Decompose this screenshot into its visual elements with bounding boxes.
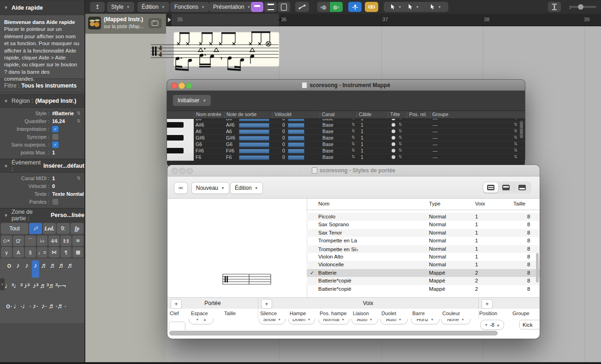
note-duration-cell[interactable]: ♬ <box>49 260 57 278</box>
column-taille[interactable]: Taille <box>513 201 525 206</box>
minimize-button[interactable] <box>179 82 185 89</box>
note-duration-cell[interactable]: ♩³ <box>14 281 22 298</box>
menu-style[interactable]: Style▼ <box>107 2 134 12</box>
staff-style-row[interactable]: Trompette en Si♭Normal18 <box>307 245 540 253</box>
column-canal[interactable]: Canal <box>320 112 334 118</box>
partbox-symbol[interactable]: ‖:‖ <box>60 235 71 246</box>
stepper-icon[interactable]: ⇅ <box>77 118 81 123</box>
note-duration-cell[interactable]: ♬³ <box>49 281 57 298</box>
note-duration-cell[interactable]: ♪· <box>41 301 48 318</box>
styles-horizontal-scrollbar[interactable] <box>169 331 498 335</box>
event-section-header[interactable]: ▼ Évènement : Insérer...défaut <box>0 159 84 173</box>
staff-style-row[interactable]: Sax SopranoNormal18 <box>307 221 540 229</box>
command-click-tool-selector[interactable]: ▼ <box>401 2 426 12</box>
staff-style-row[interactable]: Violon AltoNormal18 <box>307 253 540 261</box>
staff-style-row[interactable]: Trompette en LaNormal18 <box>307 237 540 245</box>
column-groupe[interactable]: Groupe <box>430 112 448 118</box>
partbox-symbol[interactable]: ¶ <box>60 247 71 258</box>
column-cable[interactable]: Câble <box>357 112 371 118</box>
note-duration-cell[interactable]: ♬ <box>58 260 65 278</box>
note-duration-cell[interactable]: ♬ <box>41 260 48 278</box>
auto-vertical-zoom-button[interactable] <box>548 2 561 12</box>
mapped-row[interactable]: F6F60Base⇅1⇅---⇅ <box>167 154 525 161</box>
note-out-bar[interactable] <box>239 155 269 160</box>
piano-key-black[interactable] <box>167 135 194 141</box>
stepper-icon[interactable]: ⇅ <box>351 135 355 140</box>
staff-style-row[interactable]: Batterie*copiéMappé28 <box>307 285 540 293</box>
stepper-icon[interactable]: ⇅ <box>77 176 81 181</box>
partbox-symbol[interactable]: A <box>13 247 24 258</box>
stepper-icon[interactable]: ⇅ <box>351 154 355 159</box>
mapped-window-titlebar[interactable]: scoresong - Instrument Mappé <box>167 80 525 91</box>
region-section-header[interactable]: ▼ Région : (Mapped Instr.) <box>0 94 84 108</box>
velocity-bar[interactable] <box>288 123 304 128</box>
vertical-zoom-slider[interactable] <box>570 6 596 8</box>
velocity-bar[interactable] <box>288 155 304 160</box>
note-duration-cell[interactable]: ♪ <box>32 260 39 278</box>
notehead-dot-icon[interactable] <box>392 119 395 120</box>
zoom-button[interactable] <box>186 82 192 89</box>
groupe-field[interactable]: Kick <box>519 320 540 329</box>
note-duration-cell[interactable]: ♬· <box>49 301 57 318</box>
note-duration-cell[interactable]: ♪ <box>14 260 22 278</box>
piano-key-white[interactable] <box>167 128 194 135</box>
partbox-symbol[interactable]: 4⁄4 <box>48 235 60 246</box>
stepper-icon[interactable]: ⇅ <box>399 154 402 159</box>
stepper-icon[interactable]: ⇅ <box>351 129 355 133</box>
stepper-icon[interactable]: ⇅ <box>351 141 355 146</box>
stepper-icon[interactable]: ⇅ <box>514 122 518 127</box>
staff-preview-pane[interactable] <box>167 199 307 298</box>
velocity-bar[interactable] <box>288 119 304 121</box>
stepper-icon[interactable]: ⇅ <box>399 141 402 146</box>
link-mode-button[interactable] <box>365 2 378 12</box>
piano-key-black[interactable] <box>167 147 194 154</box>
view-bottom-button[interactable] <box>515 182 530 193</box>
espace-stepper[interactable]: ▼▲ <box>189 319 214 324</box>
column-note-sortie[interactable]: Note de sortie <box>224 112 256 118</box>
nouveau-button[interactable]: Nouveau ▼ <box>191 182 229 194</box>
column-nom[interactable]: Nom <box>318 201 329 206</box>
quick-help-header[interactable]: ▼ Aide rapide <box>0 0 84 15</box>
partbox-symbol[interactable]: § <box>25 247 36 258</box>
stepper-icon[interactable]: ⇅ <box>514 119 518 120</box>
partbox-symbol[interactable]: ♭♭ <box>37 235 48 246</box>
notehead-dot-icon[interactable] <box>392 155 395 159</box>
note-out-bar[interactable] <box>239 142 269 147</box>
stepper-icon[interactable]: ⇅ <box>399 148 402 153</box>
note-duration-cell[interactable]: ♪ <box>23 260 30 278</box>
partbox-tab-0[interactable]: Tout <box>1 223 28 234</box>
glue-tool-button[interactable] <box>295 2 309 12</box>
note-duration-cell[interactable]: ♩· <box>14 301 22 318</box>
note-out-bar[interactable] <box>239 119 269 121</box>
stepper-icon[interactable]: ⇅ <box>399 122 402 127</box>
partbox-tab-2[interactable]: Led. <box>43 223 56 234</box>
midi-in-button[interactable]: ›◍ <box>317 2 329 12</box>
partbox-section-header[interactable]: ▼ Zone de partie : Perso...lisée <box>0 208 84 222</box>
partbox-symbol[interactable]: ◇× <box>1 235 12 246</box>
mapped-row[interactable]: F#6F#60Base⇅1⇅---⇅ <box>167 147 525 154</box>
column-voix[interactable]: Voix <box>475 201 485 206</box>
staff-style-row[interactable]: ✓BatterieMappé28 <box>307 269 540 277</box>
mapped-row[interactable]: G#6G#60Base⇅1⇅---⇅ <box>167 135 525 141</box>
notehead-dot-icon[interactable] <box>392 123 395 127</box>
velocity-bar[interactable] <box>288 149 304 153</box>
partbox-symbol[interactable]: γ <box>1 247 12 258</box>
barre-dropdown[interactable]: Horiz▼ <box>411 319 440 324</box>
styles-window-titlebar[interactable]: scoresong - Styles de portée <box>167 165 540 176</box>
view-wrapped-button[interactable] <box>264 2 277 12</box>
midi-out-button[interactable]: ◍› <box>330 2 343 12</box>
note-duration-cell[interactable]: ♪³ <box>23 281 30 298</box>
view-list-button[interactable] <box>483 182 498 193</box>
menu-edition[interactable]: Édition▼ <box>137 2 169 12</box>
pos-hampe-dropdown[interactable]: Normal▼ <box>318 319 350 324</box>
menu-presentation[interactable]: Présentation▼ <box>209 2 255 12</box>
note-duration-cell[interactable]: ♪³ <box>32 281 39 298</box>
stepper-icon[interactable]: ⇅ <box>514 154 518 159</box>
note-duration-cell[interactable]: ♩³ <box>6 281 13 298</box>
note-duration-cell[interactable]: ♬ <box>67 260 74 278</box>
bar-ruler[interactable]: 35 36 37 38 39 <box>166 14 601 26</box>
note-duration-cell[interactable]: ♬· <box>58 301 65 318</box>
note-out-bar[interactable] <box>239 123 269 128</box>
note-out-bar[interactable] <box>239 136 269 141</box>
notehead-dot-icon[interactable] <box>392 136 395 140</box>
